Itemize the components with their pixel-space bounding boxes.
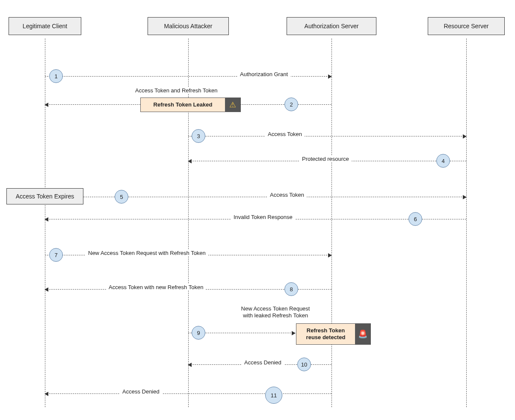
msg-10: Access Denied	[242, 359, 284, 366]
step-num: 1	[54, 73, 57, 80]
msg-5: Access Token	[267, 192, 307, 198]
msg-9a: New Access Token Request	[241, 305, 310, 312]
state-access-token-expires: Access Token Expires	[6, 188, 83, 204]
step-num: 7	[54, 252, 57, 258]
lifeline-attacker	[188, 38, 189, 407]
msg-1: Authorization Grant	[237, 71, 290, 77]
step-10: 10	[297, 358, 311, 371]
note-refresh-token-leaked: Refresh Token Leaked ⚠	[140, 98, 241, 112]
lifeline-client	[45, 38, 45, 407]
step-5: 5	[115, 190, 128, 204]
msg-3: Access Token	[265, 131, 305, 137]
state-label: Access Token Expires	[16, 193, 74, 200]
step-num: 8	[290, 286, 293, 293]
arrow-11	[45, 393, 331, 394]
step-num: 10	[301, 361, 307, 368]
actor-label: Resource Server	[444, 23, 488, 30]
msg-7: New Access Token Request with Refresh To…	[86, 250, 208, 256]
step-11: 11	[265, 387, 282, 404]
actor-resource-server: Resource Server	[428, 17, 505, 35]
step-9: 9	[192, 326, 205, 340]
step-num: 11	[271, 392, 277, 399]
msg-6: Invalid Token Response	[231, 214, 295, 220]
alarm-icon: 🚨	[355, 324, 370, 344]
msg-9b: with leaked Refresh Token	[243, 312, 308, 319]
actor-label: Malicious Attacker	[164, 23, 213, 30]
actor-malicious-attacker: Malicious Attacker	[148, 17, 229, 35]
sequence-diagram: Legitimate Client Malicious Attacker Aut…	[0, 0, 515, 420]
step-num: 9	[197, 330, 200, 336]
step-num: 2	[290, 101, 293, 108]
actor-authorization-server: Authorization Server	[287, 17, 376, 35]
msg-2a: Access Token and Refresh Token	[133, 87, 220, 94]
warning-icon: ⚠	[225, 98, 240, 112]
msg-8: Access Token with new Refresh Token	[106, 284, 206, 290]
arrow-3	[188, 136, 466, 136]
step-4: 4	[436, 154, 450, 168]
step-2: 2	[284, 98, 298, 111]
step-num: 4	[441, 158, 444, 164]
note-label: Refresh Token reuse detected	[296, 324, 355, 344]
step-6: 6	[408, 212, 422, 226]
step-num: 5	[120, 194, 123, 200]
step-3: 3	[192, 129, 205, 143]
note-reuse-detected: Refresh Token reuse detected 🚨	[296, 323, 371, 345]
note-label: Refresh Token Leaked	[141, 98, 225, 112]
step-num: 6	[414, 216, 417, 222]
actor-legitimate-client: Legitimate Client	[9, 17, 81, 35]
actor-label: Authorization Server	[305, 23, 359, 30]
msg-9: New Access Token Request with leaked Ref…	[230, 305, 321, 319]
step-8: 8	[284, 282, 298, 296]
actor-label: Legitimate Client	[23, 23, 67, 30]
step-num: 3	[197, 133, 200, 139]
step-1: 1	[49, 69, 63, 83]
lifeline-resource	[466, 38, 467, 407]
step-7: 7	[49, 248, 63, 262]
msg-4: Protected resource	[299, 156, 352, 162]
msg-11: Access Denied	[120, 388, 162, 395]
lifeline-auth	[331, 38, 332, 407]
